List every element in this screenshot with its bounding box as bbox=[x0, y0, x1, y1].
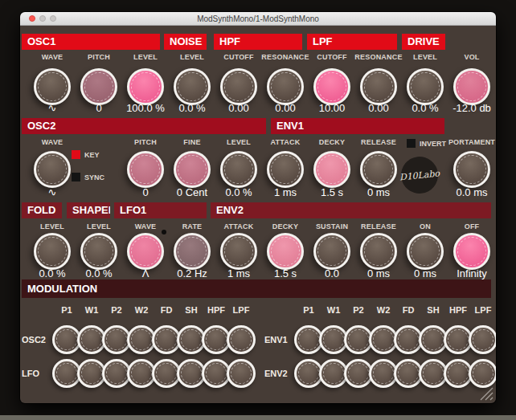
mod-col-1-p1: P1 bbox=[296, 305, 321, 315]
knob-row1-7-resonance[interactable] bbox=[360, 68, 397, 105]
resize-handle-icon[interactable] bbox=[479, 386, 493, 401]
label-row3-off: OFF bbox=[446, 222, 496, 230]
knob-row2-5-decky[interactable] bbox=[313, 151, 350, 188]
knob-row1-9-vol[interactable] bbox=[453, 68, 490, 105]
section-header-hpf: HPF bbox=[214, 34, 302, 50]
label-row1-wave: WAVE bbox=[27, 53, 78, 61]
knob-row2-6-release[interactable] bbox=[360, 151, 397, 188]
section-header-lfo1: LFO1 bbox=[114, 202, 207, 218]
mod-col-0-fd: FD bbox=[154, 305, 179, 315]
label-row2-portament: PORTAMENT bbox=[446, 138, 496, 146]
plugin-content: OSC1NOISEHPFLPFDRIVEWAVE∿PITCH0LEVEL100.… bbox=[20, 26, 496, 403]
knob-row3-6-sustain[interactable] bbox=[313, 233, 350, 270]
mod-knob-env2-lpf[interactable] bbox=[469, 359, 496, 388]
section-header-osc2: OSC2 bbox=[22, 118, 266, 134]
toggle-key[interactable] bbox=[72, 150, 80, 159]
mod-row-env2: ENV2 bbox=[264, 369, 293, 378]
desktop-strip bbox=[0, 415, 516, 420]
label-row1-vol: VOL bbox=[446, 53, 496, 61]
knob-row3-3-rate[interactable] bbox=[174, 233, 211, 270]
knob-row1-8-level[interactable] bbox=[407, 68, 444, 105]
toggle-invert[interactable] bbox=[407, 139, 416, 148]
label-row2-attack: ATTACK bbox=[260, 138, 311, 146]
close-button[interactable] bbox=[29, 15, 35, 22]
mod-col-0-sh: SH bbox=[178, 305, 204, 315]
label-row3-decky: DECKY bbox=[260, 222, 311, 230]
mod-row-lfo: LFO bbox=[22, 369, 51, 378]
mod-col-0-p2: P2 bbox=[104, 305, 129, 315]
label-row1-level: LEVEL bbox=[399, 53, 451, 61]
window-title: ModSynthMono/1-ModSynthMono bbox=[197, 14, 319, 23]
mod-row-env1: ENV1 bbox=[264, 335, 293, 345]
knob-row2-3-level[interactable] bbox=[220, 151, 257, 188]
value-row2-release: 0 ms bbox=[348, 186, 409, 198]
label-row3-sustain: SUSTAIN bbox=[306, 222, 358, 230]
label-row1-resonance: RESONANCE bbox=[353, 53, 404, 61]
mod-col-0-p1: P1 bbox=[54, 305, 80, 315]
knob-row1-3-level[interactable] bbox=[174, 68, 211, 105]
knob-row2-4-attack[interactable] bbox=[267, 151, 304, 188]
label-row2-release: RELEASE bbox=[353, 138, 404, 146]
knob-row2-0-wave[interactable] bbox=[34, 151, 71, 188]
knob-row3-9-off[interactable] bbox=[453, 233, 490, 270]
knob-row3-2-wave[interactable] bbox=[127, 233, 164, 270]
mod-col-1-hpf: HPF bbox=[445, 305, 471, 315]
label-row2-wave: WAVE bbox=[27, 138, 78, 146]
value-row3-off: Infinity bbox=[441, 267, 496, 279]
screenshot-root: { "window": { "title": "ModSynthMono/1-M… bbox=[0, 0, 516, 420]
knob-row1-5-resonance[interactable] bbox=[267, 68, 304, 105]
mod-col-0-hpf: HPF bbox=[203, 305, 229, 315]
knob-row3-5-decky[interactable] bbox=[267, 233, 304, 270]
knob-row1-2-level[interactable] bbox=[127, 68, 164, 105]
knob-row3-7-release[interactable] bbox=[360, 233, 397, 270]
mod-col-1-sh: SH bbox=[420, 305, 446, 315]
mod-knob-env1-lpf[interactable] bbox=[469, 325, 496, 354]
lfo-led-icon bbox=[162, 230, 166, 234]
knob-row2-1-pitch[interactable] bbox=[127, 151, 164, 188]
label-row3-attack: ATTACK bbox=[213, 222, 264, 230]
section-header-modulation: MODULATION bbox=[22, 279, 491, 298]
label-row2-fine: FINE bbox=[166, 138, 218, 146]
label-row2-decky: DECKY bbox=[306, 138, 358, 146]
knob-row1-4-cutoff[interactable] bbox=[220, 68, 257, 105]
knob-row1-6-cutoff[interactable] bbox=[313, 68, 350, 105]
mod-col-0-w2: W2 bbox=[129, 305, 154, 315]
mod-col-1-w1: W1 bbox=[321, 305, 346, 315]
mod-col-1-fd: FD bbox=[395, 305, 421, 315]
knob-row3-4-attack[interactable] bbox=[220, 233, 257, 270]
toggle-sync[interactable] bbox=[72, 173, 80, 181]
label-row2-pitch: PITCH bbox=[120, 138, 171, 146]
label-row1-level: LEVEL bbox=[166, 53, 218, 61]
titlebar[interactable]: ModSynthMono/1-ModSynthMono bbox=[20, 12, 496, 26]
mod-knob-osc2-lpf[interactable] bbox=[227, 325, 256, 354]
toggle-label-key: KEY bbox=[84, 151, 100, 159]
mod-col-1-lpf: LPF bbox=[470, 305, 496, 315]
knob-row1-0-wave[interactable] bbox=[34, 68, 71, 105]
knob-row1-1-pitch[interactable] bbox=[80, 68, 117, 105]
section-header-lpf: LPF bbox=[307, 34, 397, 50]
knob-row2-2-fine[interactable] bbox=[174, 151, 211, 188]
value-row2-wave: ∿ bbox=[22, 186, 83, 198]
knob-row3-0-level[interactable] bbox=[34, 233, 71, 270]
label-row1-pitch: PITCH bbox=[73, 53, 125, 61]
section-header-noise: NOISE bbox=[164, 34, 207, 50]
value-row1-vol: -12.0 db bbox=[441, 102, 496, 114]
knob-row3-8-on[interactable] bbox=[407, 233, 444, 270]
section-header-env1: ENV1 bbox=[271, 118, 444, 134]
plugin-window: ModSynthMono/1-ModSynthMono OSC1NOISEHPF… bbox=[20, 12, 496, 403]
section-header-drive: DRIVE bbox=[402, 34, 445, 50]
knob-row2-7-portament[interactable] bbox=[453, 151, 490, 188]
label-row3-on: ON bbox=[399, 222, 451, 230]
zoom-button[interactable] bbox=[50, 15, 56, 22]
label-row1-cutoff: CUTOFF bbox=[213, 53, 264, 61]
label-row2-level: LEVEL bbox=[213, 138, 264, 146]
mod-knob-lfo-lpf[interactable] bbox=[227, 359, 256, 388]
toggle-label-invert: INVERT bbox=[420, 140, 446, 148]
knob-row3-1-level[interactable] bbox=[80, 233, 117, 270]
label-row1-level: LEVEL bbox=[120, 53, 171, 61]
section-header-shaper: SHAPER bbox=[67, 202, 110, 218]
label-row3-level: LEVEL bbox=[73, 222, 125, 230]
minimize-button[interactable] bbox=[39, 15, 46, 22]
value-row2-portament: 0.0 ms bbox=[441, 186, 496, 198]
mod-col-0-w1: W1 bbox=[79, 305, 104, 315]
